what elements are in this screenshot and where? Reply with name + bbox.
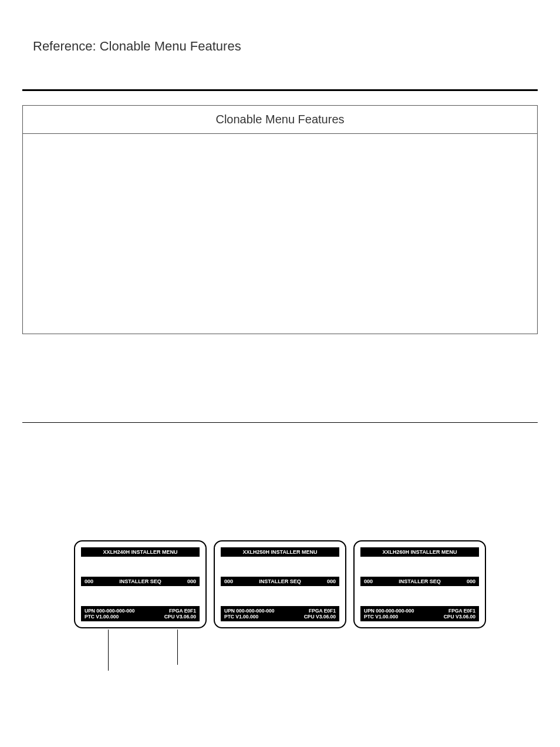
seq-right: 000 [467, 578, 475, 584]
ptc-value: PTC V1.00.000 [85, 614, 135, 620]
installer-menus-row: XXLH240H INSTALLER MENU 000 INSTALLER SE… [22, 540, 538, 628]
seq-label: INSTALLER SEQ [119, 578, 161, 584]
upn-value: UPN 000-000-000-000 [85, 608, 135, 614]
seq-right: 000 [327, 578, 336, 584]
installer-menu-box: XXLH250H INSTALLER MENU 000 INSTALLER SE… [214, 540, 346, 628]
ptc-value: PTC V1.00.000 [364, 614, 414, 620]
fpga-value: FPGA E0F1 [304, 608, 336, 614]
seq-left: 000 [224, 578, 233, 584]
cpu-value: CPU V3.06.00 [304, 614, 336, 620]
fpga-value: FPGA E0F1 [444, 608, 475, 614]
panel-title: Clonable Menu Features [23, 106, 537, 134]
menu-title-bar: XXLH250H INSTALLER MENU [221, 547, 339, 557]
info-col-left: UPN 000-000-000-000 PTC V1.00.000 [224, 608, 275, 620]
seq-left: 000 [85, 578, 93, 584]
installer-menu-box: XXLH260H INSTALLER MENU 000 INSTALLER SE… [353, 540, 486, 628]
ptc-value: PTC V1.00.000 [224, 614, 275, 620]
menu-info-bar: UPN 000-000-000-000 PTC V1.00.000 FPGA E… [360, 606, 479, 621]
panel-body [23, 134, 537, 334]
upn-value: UPN 000-000-000-000 [224, 608, 275, 614]
info-col-left: UPN 000-000-000-000 PTC V1.00.000 [85, 608, 135, 620]
seq-left: 000 [364, 578, 373, 584]
page-title: Reference: Clonable Menu Features [33, 39, 538, 54]
menu-info-bar: UPN 000-000-000-000 PTC V1.00.000 FPGA E… [221, 606, 339, 621]
seq-label: INSTALLER SEQ [259, 578, 301, 584]
pointer-line-1 [108, 630, 109, 671]
menu-info-bar: UPN 000-000-000-000 PTC V1.00.000 FPGA E… [81, 606, 200, 621]
seq-label: INSTALLER SEQ [399, 578, 440, 584]
info-col-right: FPGA E0F1 CPU V3.06.00 [304, 608, 336, 620]
info-col-left: UPN 000-000-000-000 PTC V1.00.000 [364, 608, 414, 620]
menu-seq-bar: 000 INSTALLER SEQ 000 [360, 577, 479, 586]
fpga-value: FPGA E0F1 [164, 608, 196, 614]
divider-thick [22, 89, 538, 91]
pointer-line-2 [177, 630, 178, 665]
info-col-right: FPGA E0F1 CPU V3.06.00 [444, 608, 475, 620]
cpu-value: CPU V3.06.00 [444, 614, 475, 620]
info-col-right: FPGA E0F1 CPU V3.06.00 [164, 608, 196, 620]
menu-title-bar: XXLH240H INSTALLER MENU [81, 547, 200, 557]
menu-title-bar: XXLH260H INSTALLER MENU [360, 547, 479, 557]
panel: Clonable Menu Features [22, 105, 538, 334]
seq-right: 000 [187, 578, 196, 584]
cpu-value: CPU V3.06.00 [164, 614, 196, 620]
installer-menu-box: XXLH240H INSTALLER MENU 000 INSTALLER SE… [74, 540, 207, 628]
divider-thin [22, 422, 538, 423]
menu-seq-bar: 000 INSTALLER SEQ 000 [81, 577, 200, 586]
upn-value: UPN 000-000-000-000 [364, 608, 414, 614]
menu-seq-bar: 000 INSTALLER SEQ 000 [221, 577, 339, 586]
